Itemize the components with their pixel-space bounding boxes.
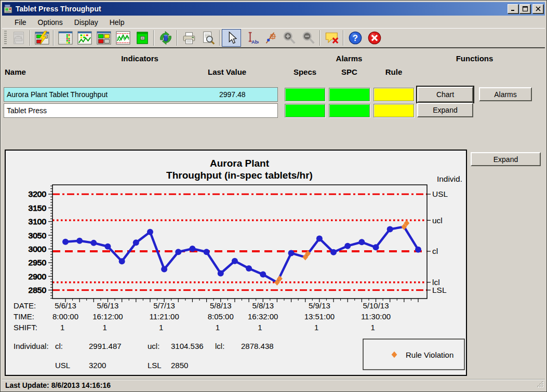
toolbar-tasks-button (9, 29, 28, 47)
panel-view-icon (96, 31, 112, 45)
toolbar-grip[interactable] (4, 31, 7, 45)
ucl-value: 3104.536 (171, 342, 204, 350)
data-point (415, 247, 421, 253)
toolbar-trend-view-button[interactable] (113, 29, 132, 47)
usl-value: 3200 (89, 361, 106, 370)
expand-chart-button[interactable]: Expand (471, 152, 541, 166)
specs-status-indicator (285, 104, 325, 117)
axis-type-label: Individ. (437, 174, 462, 183)
svg-text:Abc: Abc (251, 39, 258, 45)
y-tick-label: 3000 (29, 245, 47, 253)
rule-column-header: Rule (373, 67, 414, 76)
menu-item-file[interactable]: File (9, 17, 33, 28)
y-tick-label: 2850 (29, 286, 47, 294)
data-point (175, 249, 181, 255)
x-shift-label: 1 (102, 323, 106, 332)
data-point (62, 239, 69, 245)
spc-status-indicator (329, 88, 370, 101)
toolbar-separator (53, 30, 54, 46)
toolbar-refresh-button[interactable] (156, 29, 175, 47)
minimize-button[interactable] (508, 4, 518, 13)
data-point (373, 244, 379, 250)
titlebar: Tablet Press Throughput (2, 2, 545, 16)
toolbar-separator (30, 30, 31, 46)
zoom-out-icon (301, 31, 316, 45)
spc-status-indicator (329, 104, 370, 117)
expand-row-button[interactable]: Expand (417, 103, 473, 117)
chart-section: Aurora PlantThroughput (in-spec tablets/… (1, 148, 547, 379)
window-title: Tablet Press Throughput (16, 5, 506, 13)
menu-item-display[interactable]: Display (69, 17, 104, 28)
help-icon: ? (348, 31, 363, 45)
menu-item-help[interactable]: Help (104, 17, 131, 28)
cl-value: 2991.487 (89, 342, 122, 350)
x-date-label: 5/8/13 (210, 301, 232, 310)
date-row-label: DATE: (14, 301, 36, 310)
indicators-panel: Indicators Alarms Functions Name Last Va… (1, 50, 547, 148)
minimize-icon (510, 6, 516, 11)
control-line-label-LSL: LSL (432, 286, 447, 294)
y-tick-label: 3150 (29, 204, 47, 212)
close-icon (535, 6, 541, 11)
chart-button[interactable]: Chart (417, 87, 473, 102)
toolbar-window-view-button[interactable] (132, 29, 152, 47)
data-point (76, 238, 83, 244)
x-date-label: 5/10/13 (363, 301, 389, 310)
toolbar-indicator-list-button[interactable] (56, 29, 75, 47)
data-point (218, 270, 224, 276)
toolbar: Abc? (2, 28, 545, 48)
toolbar-help-button[interactable]: ? (345, 29, 365, 47)
select-cursor-icon (224, 31, 239, 45)
toolbar-point-select-button[interactable] (260, 29, 279, 47)
x-time-label: 16:32:00 (248, 312, 278, 321)
data-point (133, 239, 139, 246)
toolbar-separator (343, 30, 344, 46)
stats-row-label: Individual: (14, 342, 49, 350)
toolbar-print-button[interactable] (179, 29, 198, 47)
maximize-icon (522, 6, 528, 11)
menubar: FileOptionsDisplayHelp (2, 16, 545, 28)
y-tick-label: 3200 (29, 190, 47, 198)
indicator-row-name[interactable]: Tablet Press (4, 103, 278, 118)
x-date-label: 5/6/13 (55, 301, 76, 310)
y-tick-label: 2900 (29, 272, 47, 281)
control-line-label-USL: USL (432, 190, 448, 198)
indicators-group-header: Indicators (1, 54, 279, 63)
toolbar-exit-button[interactable] (365, 29, 384, 47)
indicator-last-value: 2997.48 (219, 90, 246, 99)
menu-item-options[interactable]: Options (33, 17, 69, 28)
delete-comment-icon (324, 31, 340, 45)
specs-column-header: Specs (285, 67, 325, 76)
maximize-button[interactable] (519, 4, 530, 13)
lcl-value: 2878.438 (241, 342, 274, 350)
app-icon (4, 4, 13, 13)
x-time-label: 16:12:00 (92, 312, 123, 321)
toolbar-text-annotate-button[interactable]: Abc (241, 29, 260, 47)
lsl-value: 2850 (171, 361, 188, 370)
x-shift-label: 1 (314, 323, 318, 332)
toolbar-panel-view-button[interactable] (94, 29, 113, 47)
svg-text:?: ? (352, 33, 357, 43)
alarms-button[interactable]: Alarms (479, 87, 532, 101)
data-point (358, 239, 365, 245)
toolbar-print-preview-button[interactable] (198, 29, 218, 47)
x-time-label: 13:51:00 (304, 312, 335, 321)
x-time-label: 11:21:00 (149, 312, 179, 321)
indicator-row-name[interactable]: Aurora Plant Tablet Throughput 2997.48 (4, 87, 278, 102)
print-preview-icon (201, 31, 216, 45)
y-tick-label: 3050 (29, 231, 47, 240)
toolbar-select-cursor-button[interactable] (222, 29, 241, 47)
statusbar: Last Update: 8/6/2013 14:16:16 (2, 379, 545, 391)
usl-label: USL (55, 361, 70, 370)
toolbar-chart-view-button[interactable] (75, 29, 94, 47)
toolbar-alarm-panel-button[interactable] (32, 29, 51, 47)
chart-view-icon (77, 31, 92, 45)
lcl-label: lcl: (215, 342, 224, 350)
toolbar-delete-comment-button[interactable] (322, 29, 341, 47)
alarms-group-header: Alarms (281, 54, 417, 63)
close-button[interactable] (532, 4, 543, 13)
data-point (90, 240, 97, 246)
resize-grip[interactable] (537, 381, 544, 390)
x-date-label: 5/9/13 (309, 301, 330, 310)
data-point (232, 258, 238, 264)
